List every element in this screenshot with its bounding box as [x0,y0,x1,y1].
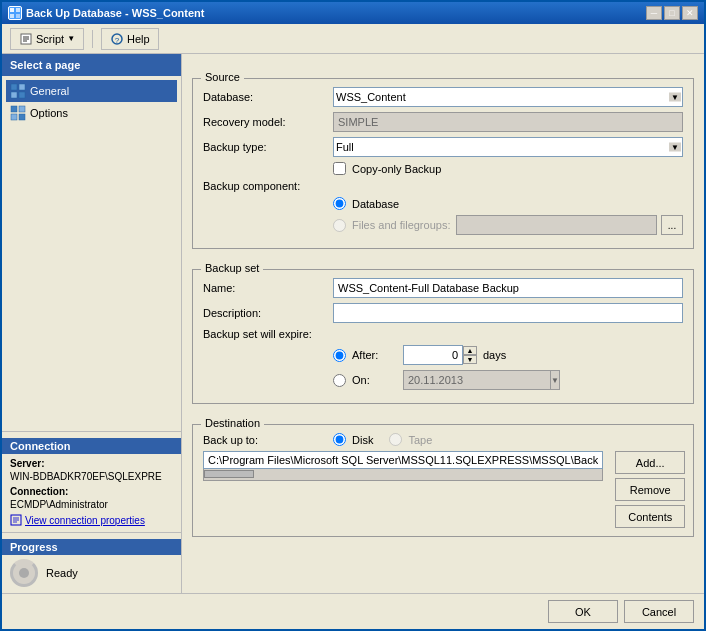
script-button[interactable]: Script ▼ [10,28,84,50]
scrollbar-thumb [204,470,254,478]
description-row: Description: [203,303,683,323]
svg-rect-0 [10,8,14,12]
view-connection-label: View connection properties [25,515,145,526]
title-bar-left: Back Up Database - WSS_Content [8,6,204,20]
files-radio-text: Files and filegroups: [352,219,450,231]
add-button[interactable]: Add... [615,451,685,474]
component-label: Backup component: [203,180,333,192]
cancel-button[interactable]: Cancel [624,600,694,623]
on-date-arrow: ▼ [551,370,560,390]
general-icon [10,83,26,99]
svg-rect-15 [19,106,25,112]
svg-rect-16 [11,114,17,120]
name-row: Name: [203,278,683,298]
tape-radio-label[interactable]: Tape [389,433,432,446]
name-input[interactable] [333,278,683,298]
destination-group: Destination Back up to: Disk Tape [192,424,694,537]
svg-rect-12 [11,92,17,98]
on-radio-label[interactable]: On: [333,374,393,387]
after-row: After: ▲ ▼ days [333,345,683,365]
after-label[interactable]: After: [333,349,393,362]
files-radio-label[interactable]: Files and filegroups: [333,219,450,232]
database-row: Database: WSS_Content [203,87,683,107]
on-text: On: [352,374,370,386]
on-row: On: ▼ [333,370,683,390]
files-radio[interactable] [333,219,346,232]
recovery-row: Recovery model: [203,112,683,132]
close-button[interactable]: ✕ [682,6,698,20]
on-radio[interactable] [333,374,346,387]
main-window: Back Up Database - WSS_Content ─ □ ✕ Scr… [0,0,706,631]
window-title: Back Up Database - WSS_Content [26,7,204,19]
database-radio[interactable] [333,197,346,210]
days-label: days [483,349,506,361]
progress-area: Ready [10,559,173,587]
expire-row: Backup set will expire: [203,328,683,340]
after-spinbox: ▲ ▼ [403,345,477,365]
svg-rect-10 [11,84,17,90]
disk-label: Disk [352,434,373,446]
sidebar-item-general[interactable]: General [6,80,177,102]
view-connection-properties-link[interactable]: View connection properties [10,514,173,526]
main-layout: Select a page General Options Connect [2,54,704,593]
component-label-row: Backup component: [203,180,683,192]
connection-title: Connection [2,438,181,454]
disk-radio-label[interactable]: Disk [333,433,373,446]
sidebar: Select a page General Options Connect [2,54,182,593]
spinner-inner [19,568,29,578]
spinbox-buttons: ▲ ▼ [463,346,477,364]
on-date-input [403,370,551,390]
files-browse-button[interactable]: ... [661,215,683,235]
svg-rect-14 [11,106,17,112]
description-input[interactable] [333,303,683,323]
database-radio-label[interactable]: Database [333,197,399,210]
backup-set-group-title: Backup set [201,262,263,274]
remove-button[interactable]: Remove [615,478,685,501]
svg-rect-2 [10,14,14,18]
copy-only-text: Copy-only Backup [352,163,441,175]
recovery-value-container [333,112,683,132]
path-list[interactable]: C:\Program Files\Microsoft SQL Server\MS… [203,451,603,469]
title-bar: Back Up Database - WSS_Content ─ □ ✕ [2,2,704,24]
destination-buttons: Add... Remove Contents [615,451,685,528]
after-radio[interactable] [333,349,346,362]
recovery-value-input [333,112,683,132]
description-label: Description: [203,307,333,319]
svg-rect-17 [19,114,25,120]
backup-type-label: Backup type: [203,141,333,153]
help-button[interactable]: ? Help [101,28,159,50]
contents-button[interactable]: Contents [615,505,685,528]
tape-radio[interactable] [389,433,402,446]
toolbar: Script ▼ ? Help [2,24,704,54]
backup-type-select[interactable]: Full [333,137,683,157]
database-select[interactable]: WSS_Content [333,87,683,107]
disk-radio[interactable] [333,433,346,446]
spinbox-up-button[interactable]: ▲ [463,346,477,355]
help-icon: ? [110,32,124,46]
sidebar-item-options[interactable]: Options [6,102,177,124]
horizontal-scrollbar[interactable] [203,469,603,481]
ok-button[interactable]: OK [548,600,618,623]
connection-section: Connection Server: WIN-BDBADKR70EF\SQLEX… [2,431,181,532]
spinbox-down-button[interactable]: ▼ [463,355,477,364]
backup-to-label: Back up to: [203,434,333,446]
backup-to-row: Back up to: Disk Tape [203,433,683,446]
copy-only-label[interactable]: Copy-only Backup [333,162,441,175]
server-value: WIN-BDBADKR70EF\SQLEXPRE [10,471,173,482]
progress-section: Progress Ready [2,532,181,593]
minimize-button[interactable]: ─ [646,6,662,20]
link-icon [10,514,22,526]
svg-rect-3 [16,14,20,18]
database-radio-row: Database [333,197,683,210]
database-label: Database: [203,91,333,103]
svg-text:?: ? [115,36,120,45]
database-combo-wrapper: WSS_Content [333,87,683,107]
maximize-button[interactable]: □ [664,6,680,20]
after-value-input[interactable] [403,345,463,365]
backup-set-group: Backup set Name: Description: Backup set… [192,269,694,404]
toolbar-separator [92,30,93,48]
copy-only-checkbox[interactable] [333,162,346,175]
script-label: Script [36,33,64,45]
server-label: Server: [10,458,173,469]
backup-type-combo-wrapper: Full [333,137,683,157]
